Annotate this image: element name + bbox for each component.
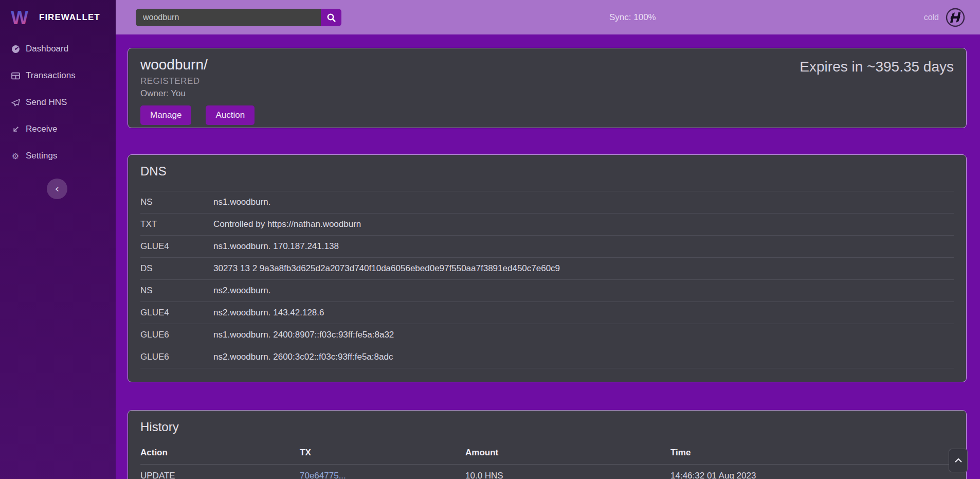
search-input[interactable] bbox=[136, 9, 321, 26]
dns-record-value: ns2.woodburn. 143.42.128.6 bbox=[213, 302, 954, 324]
auction-button[interactable]: Auction bbox=[206, 105, 255, 125]
dns-record-type: DS bbox=[140, 258, 213, 280]
topbar: Sync: 100% cold bbox=[116, 0, 980, 34]
dns-record-type: GLUE4 bbox=[140, 236, 213, 258]
sidebar-item-send-hns[interactable]: Send HNS bbox=[0, 89, 116, 116]
firewallet-logo-icon: W bbox=[10, 7, 32, 28]
dns-record-value: ns1.woodburn. 170.187.241.138 bbox=[213, 236, 954, 258]
dns-card: DNS NS ns1.woodburn. TXT Controlled by h… bbox=[128, 154, 967, 382]
history-header-row: Action TX Amount Time bbox=[140, 442, 954, 465]
sidebar-item-label: Receive bbox=[26, 124, 57, 134]
search-button[interactable] bbox=[321, 9, 341, 26]
sidebar-item-settings[interactable]: ⚙ Settings bbox=[0, 143, 116, 169]
sidebar-item-receive[interactable]: Receive bbox=[0, 116, 116, 143]
dns-record-row: NS ns1.woodburn. bbox=[140, 191, 954, 214]
scroll-to-top-button[interactable] bbox=[949, 449, 968, 472]
tx-link[interactable]: 70e64775... bbox=[300, 471, 346, 479]
sync-status: Sync: 100% bbox=[609, 0, 656, 34]
search-icon bbox=[326, 13, 336, 23]
sidebar-item-label: Transactions bbox=[26, 70, 76, 81]
dns-record-type: GLUE4 bbox=[140, 302, 213, 324]
dns-record-type: NS bbox=[140, 280, 213, 302]
handshake-logo-icon[interactable] bbox=[945, 7, 966, 28]
dns-record-type: NS bbox=[140, 191, 213, 214]
sidebar-item-transactions[interactable]: Transactions bbox=[0, 62, 116, 89]
dns-record-row: GLUE6 ns1.woodburn. 2400:8907::f03c:93ff… bbox=[140, 324, 954, 346]
sidebar-item-label: Send HNS bbox=[26, 97, 67, 108]
domain-owner: Owner: You bbox=[140, 88, 954, 99]
sidebar-collapse-button[interactable]: ‹ bbox=[47, 179, 67, 199]
transactions-table-icon bbox=[10, 72, 21, 80]
chevron-up-icon bbox=[954, 458, 963, 463]
manage-button[interactable]: Manage bbox=[140, 105, 191, 125]
sidebar-item-label: Dashboard bbox=[26, 44, 68, 54]
dns-record-value: ns2.woodburn. bbox=[213, 280, 954, 302]
history-table: Action TX Amount Time UPDATE 70e64775...… bbox=[140, 442, 954, 479]
wallet-indicator: cold bbox=[924, 0, 966, 34]
history-card-title: History bbox=[140, 420, 954, 434]
wallet-name-label: cold bbox=[924, 13, 939, 22]
receive-arrow-icon bbox=[10, 125, 21, 134]
history-col-amount: Amount bbox=[465, 442, 670, 465]
history-col-time: Time bbox=[670, 442, 954, 465]
dns-record-row: DS 30273 13 2 9a3a8fb3d625d2a2073d740f10… bbox=[140, 258, 954, 280]
sidebar: W FIREWALLET Dashboard Transactions Send… bbox=[0, 0, 116, 479]
dns-record-type: TXT bbox=[140, 214, 213, 236]
sidebar-item-dashboard[interactable]: Dashboard bbox=[0, 36, 116, 62]
dns-record-type: GLUE6 bbox=[140, 346, 213, 368]
dns-record-row: GLUE4 ns1.woodburn. 170.187.241.138 bbox=[140, 236, 954, 258]
history-action: UPDATE bbox=[140, 465, 300, 479]
brand: W FIREWALLET bbox=[0, 0, 116, 34]
dns-record-type: GLUE6 bbox=[140, 324, 213, 346]
sidebar-item-label: Settings bbox=[26, 151, 57, 161]
history-row: UPDATE 70e64775... 10.0 HNS 14:46:32 01 … bbox=[140, 465, 954, 479]
send-paper-plane-icon bbox=[10, 98, 21, 107]
dns-record-value: ns1.woodburn. bbox=[213, 191, 954, 214]
dashboard-icon bbox=[10, 45, 21, 54]
expires-label: Expires in ~395.35 days bbox=[800, 59, 954, 75]
history-amount: 10.0 HNS bbox=[465, 465, 670, 479]
dns-table: NS ns1.woodburn. TXT Controlled by https… bbox=[140, 191, 954, 368]
history-col-tx: TX bbox=[300, 442, 465, 465]
dns-record-value: ns2.woodburn. 2600:3c02::f03c:93ff:fe5a:… bbox=[213, 346, 954, 368]
gear-icon: ⚙ bbox=[10, 151, 21, 161]
dns-record-value: 30273 13 2 9a3a8fb3d625d2a2073d740f10da6… bbox=[213, 258, 954, 280]
search-bar bbox=[136, 9, 341, 26]
history-card: History Action TX Amount Time UPDATE 70e… bbox=[128, 410, 967, 479]
domain-card: woodburn/ REGISTERED Owner: You Manage A… bbox=[128, 48, 967, 128]
dns-record-row: GLUE4 ns2.woodburn. 143.42.128.6 bbox=[140, 302, 954, 324]
main-content: woodburn/ REGISTERED Owner: You Manage A… bbox=[116, 34, 980, 479]
dns-record-value: ns1.woodburn. 2400:8907::f03c:93ff:fe5a:… bbox=[213, 324, 954, 346]
dns-card-title: DNS bbox=[140, 164, 954, 179]
domain-status: REGISTERED bbox=[140, 76, 954, 86]
sidebar-nav: Dashboard Transactions Send HNS Receive … bbox=[0, 36, 116, 169]
dns-record-row: NS ns2.woodburn. bbox=[140, 280, 954, 302]
dns-record-row: TXT Controlled by https://nathan.woodbur… bbox=[140, 214, 954, 236]
svg-text:W: W bbox=[11, 7, 28, 28]
chevron-left-icon: ‹ bbox=[55, 182, 60, 195]
dns-record-value: Controlled by https://nathan.woodburn bbox=[213, 214, 954, 236]
history-col-action: Action bbox=[140, 442, 300, 465]
dns-record-row: GLUE6 ns2.woodburn. 2600:3c02::f03c:93ff… bbox=[140, 346, 954, 368]
history-time: 14:46:32 01 Aug 2023 bbox=[670, 465, 954, 479]
brand-name: FIREWALLET bbox=[39, 12, 100, 23]
